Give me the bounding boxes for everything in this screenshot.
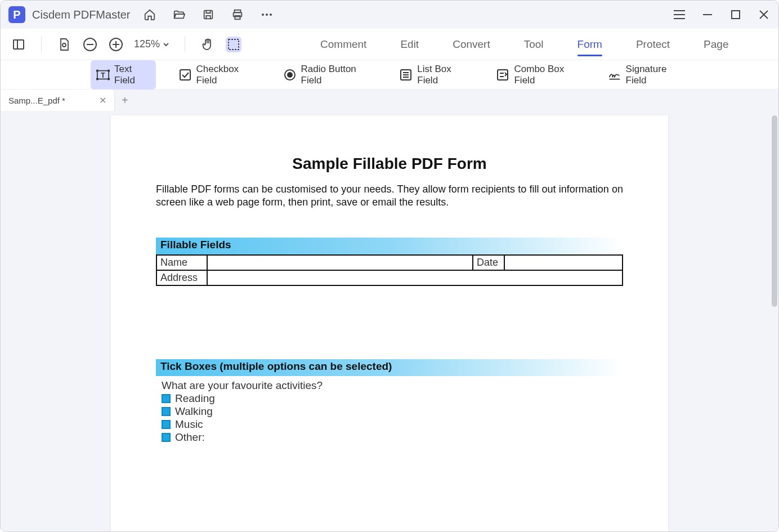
radio-button-field-label: Radio Button Field [301,64,371,86]
svg-rect-22 [229,39,239,50]
date-input[interactable] [504,255,623,270]
svg-rect-11 [732,11,740,19]
svg-point-16 [62,43,66,47]
radio-button-field-button[interactable]: Radio Button Field [277,60,377,90]
zoom-level-dropdown[interactable]: 125% [134,38,170,50]
document-tab[interactable]: Samp...E_pdf * ✕ [1,90,115,111]
checkbox-row: Reading [156,392,623,405]
checkbox-row: Music [156,418,623,431]
address-label: Address [156,270,207,285]
svg-point-25 [96,70,98,71]
tab-convert[interactable]: Convert [453,30,490,59]
text-field-label: Text Field [114,64,150,86]
list-box-field-icon [399,68,413,82]
text-field-icon: T [96,68,110,82]
svg-point-27 [96,78,98,80]
tab-page[interactable]: Page [704,30,728,59]
svg-point-6 [270,14,272,16]
section-header: Tick Boxes (multiple options can be sele… [156,359,623,376]
panel-toggle-icon[interactable] [11,37,26,52]
combo-box-field-button[interactable]: Combo Box Field [490,60,585,90]
signature-field-icon [608,68,621,82]
checkbox-label: Walking [175,405,213,418]
checkbox-icon[interactable] [162,420,171,429]
radio-button-field-icon [283,68,297,82]
table-row: Name Date [156,255,623,270]
print-icon[interactable] [231,8,244,21]
combo-box-field-icon [496,68,509,82]
checkbox-icon[interactable] [162,407,171,416]
signature-field-label: Signature Field [626,64,683,86]
name-label: Name [156,255,207,270]
checkbox-row: Other: [156,431,623,444]
main-toolbar: 125% Comment Edit Convert Tool Form Prot… [1,29,778,60]
list-box-field-button[interactable]: List Box Field [393,60,473,90]
app-logo: P [8,6,25,23]
combo-box-field-label: Combo Box Field [514,64,579,86]
save-icon[interactable] [202,8,214,21]
app-title: Cisdem PDFMaster [32,8,130,21]
question-text: What are your favourite activities? [156,379,623,392]
form-sub-toolbar: T Text Field Checkbox Field Radio Button… [1,60,778,90]
checkbox-icon[interactable] [162,433,171,442]
zoom-in-icon[interactable] [108,37,124,52]
zoom-out-icon[interactable] [82,37,98,52]
maximize-icon[interactable] [729,8,742,21]
minimize-icon[interactable] [701,8,714,21]
svg-rect-0 [204,11,213,19]
checkbox-row: Walking [156,405,623,418]
table-row: Address [156,270,623,285]
selection-tool-icon[interactable] [226,37,241,52]
checkbox-label: Other: [175,431,205,444]
home-icon[interactable] [144,8,156,21]
list-box-field-label: List Box Field [417,64,468,86]
name-input[interactable] [207,255,473,270]
document-tab-label: Samp...E_pdf * [8,96,65,105]
checkbox-field-button[interactable]: Checkbox Field [173,60,261,90]
svg-point-31 [288,73,292,77]
zoom-level-label: 125% [134,38,160,50]
intro-text: Fillable PDF forms can be customised to … [156,183,623,209]
document-area[interactable]: Sample Fillable PDF Form Fillable PDF fo… [1,111,778,531]
pdf-page: Sample Fillable PDF Form Fillable PDF fo… [111,115,668,531]
close-icon[interactable] [757,8,771,21]
more-icon[interactable] [261,8,273,21]
date-label: Date [473,255,504,270]
close-tab-icon[interactable]: ✕ [99,95,106,106]
page-title: Sample Fillable PDF Form [156,155,623,173]
text-field-button[interactable]: T Text Field [91,60,156,90]
titlebar: P Cisdem PDFMaster [1,1,778,29]
open-folder-icon[interactable] [173,8,185,21]
tab-protect[interactable]: Protect [636,30,670,59]
svg-rect-14 [14,40,24,49]
address-input[interactable] [207,270,623,285]
svg-point-26 [108,70,110,71]
svg-point-28 [108,78,110,80]
hand-tool-icon[interactable] [200,37,216,52]
tab-comment[interactable]: Comment [320,30,366,59]
section-header: Fillable Fields [156,238,623,254]
svg-rect-29 [180,70,190,80]
svg-point-5 [266,14,268,16]
tab-edit[interactable]: Edit [400,30,419,59]
tab-tool[interactable]: Tool [524,30,544,59]
document-tabstrip: Samp...E_pdf * ✕ + [1,90,778,111]
checkbox-label: Reading [175,392,215,405]
checkbox-label: Music [175,418,203,431]
checkbox-icon[interactable] [162,394,171,403]
tab-form[interactable]: Form [577,30,602,59]
checkbox-field-label: Checkbox Field [196,64,255,86]
menu-icon[interactable] [673,8,686,21]
signature-field-button[interactable]: Signature Field [602,60,688,90]
vertical-scrollbar[interactable] [772,115,777,307]
svg-point-4 [262,14,264,16]
new-tab-button[interactable]: + [115,90,135,111]
page-settings-icon[interactable] [56,37,72,52]
fillable-fields-table: Name Date Address [156,254,623,286]
checkbox-field-icon [178,68,192,82]
svg-text:T: T [101,71,105,79]
